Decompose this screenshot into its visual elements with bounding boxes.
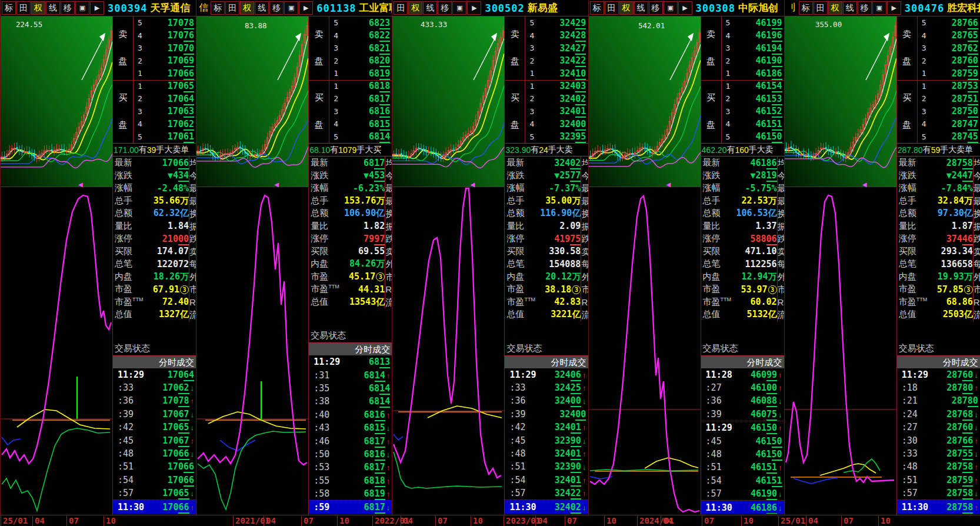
toolbar-button-标[interactable]: 标 [211,1,225,15]
order-book-row[interactable]: 446196 [722,29,785,42]
next-page-icon[interactable]: ▶ [90,1,104,15]
order-book-row[interactable]: 428747 [918,118,980,131]
indicator-chart[interactable] [785,187,896,515]
kline-chart[interactable]: 83.88 [196,16,308,187]
order-book-row[interactable]: 117066 [134,67,196,80]
toolbar-button-标[interactable]: 标 [2,1,16,15]
pan-left-icon[interactable]: ◀ [470,182,475,188]
order-book-row[interactable]: 132410 [525,67,588,80]
indicator-chart[interactable] [196,187,308,515]
order-book-row[interactable]: 36821 [329,42,392,55]
window-restore-icon[interactable]: ▣ [664,1,678,15]
kline-chart[interactable]: 355.00 [785,16,896,187]
pan-left-icon[interactable]: ◀ [862,182,867,188]
window-restore-icon[interactable]: ▣ [452,1,466,15]
order-book-row[interactable]: 346152 [722,105,785,118]
toolbar-button-田[interactable]: 田 [394,1,408,15]
order-book-row[interactable]: 417076 [134,29,196,42]
order-book-row[interactable]: 56823 [329,16,392,29]
kline-chart-area[interactable]: 355.00 [785,16,896,187]
next-page-icon[interactable]: ▶ [678,1,692,15]
toolbar-button-田[interactable]: 田 [225,1,239,15]
order-book-row[interactable]: 128759 [918,67,980,80]
toolbar-button-线[interactable]: 线 [423,1,437,15]
toolbar-button-权[interactable]: 权 [31,1,45,15]
toolbar-button-移[interactable]: 移 [858,1,872,15]
order-book-row[interactable]: 132403 [525,80,588,93]
order-book-row[interactable]: 332427 [525,42,588,55]
kline-chart-area[interactable]: 224.55 [1,16,112,187]
toolbar-button-移[interactable]: 移 [649,1,663,15]
order-book-row[interactable]: 328750 [918,105,980,118]
toolbar-button-田[interactable]: 田 [16,1,31,15]
order-book-row[interactable]: 532429 [525,16,588,29]
order-book-row[interactable]: 26820 [329,55,392,68]
order-book-row[interactable]: 46815 [329,118,392,131]
order-book-row[interactable]: 528766 [918,16,980,29]
next-page-icon[interactable]: ▶ [887,1,901,15]
order-book-row[interactable]: 117065 [134,80,196,93]
kline-chart[interactable]: 224.55 [1,16,112,187]
pan-left-icon[interactable]: ◀ [666,182,671,188]
order-book-row[interactable]: 16819 [329,67,392,80]
order-book-row[interactable]: 246190 [722,55,785,68]
order-book-row[interactable]: 317063 [134,105,196,118]
toolbar-button-权[interactable]: 权 [240,1,254,15]
order-book-row[interactable]: 528745 [918,131,980,144]
toolbar-button-权[interactable]: 权 [619,1,634,15]
toolbar-button-田[interactable]: 田 [814,1,828,15]
pan-left-icon[interactable]: ◀ [274,182,279,188]
toolbar-button-标[interactable]: 标 [590,1,604,15]
time-sales-list[interactable]: 11:2932406↑:3332425↑:3632400↓:3932400:42… [505,368,588,514]
order-book-row[interactable]: 417062 [134,118,196,131]
window-restore-icon[interactable]: ▣ [872,1,886,15]
toolbar-button-线[interactable]: 线 [634,1,648,15]
order-book-row[interactable]: 36816 [329,105,392,118]
order-book-row[interactable]: 317070 [134,42,196,55]
order-book-row[interactable]: 546199 [722,16,785,29]
order-book-row[interactable]: 217069 [134,55,196,68]
order-book-row[interactable]: 446151 [722,118,785,131]
toolbar-button-移[interactable]: 移 [61,1,75,15]
order-book-row[interactable]: 346194 [722,42,785,55]
order-book-row[interactable]: 228751 [918,92,980,105]
order-book-row[interactable]: 232422 [525,55,588,68]
order-book-row[interactable]: 146186 [722,67,785,80]
time-sales-list[interactable]: 11:2917064:3317062↓:3617078↑:3917067↓:42… [113,368,196,514]
next-page-icon[interactable]: ▶ [299,1,313,15]
kline-chart[interactable]: 433.33 [392,16,504,187]
toolbar-button-线[interactable]: 线 [46,1,60,15]
kline-chart[interactable]: 542.01 [589,16,701,187]
order-book-row[interactable]: 517061 [134,131,196,144]
order-book-row[interactable]: 228760 [918,55,980,68]
indicator-chart-area[interactable] [785,187,896,515]
order-book-row[interactable]: 232402 [525,92,588,105]
indicator-chart-area[interactable] [589,187,701,515]
order-book-row[interactable]: 217064 [134,92,196,105]
time-sales-list[interactable]: 11:2846099↑:2746100↑:3646088↓:3946075↓11… [701,368,785,514]
indicator-chart[interactable] [392,187,504,515]
order-book-row[interactable]: 328762 [918,42,980,55]
kline-chart-area[interactable]: 542.01 [589,16,701,187]
window-restore-icon[interactable]: ▣ [284,1,298,15]
kline-chart-area[interactable]: 433.33 [392,16,504,187]
order-book-row[interactable]: 26817 [329,92,392,105]
toolbar-button-标[interactable]: 标 [799,1,813,15]
order-book-row[interactable]: 432400 [525,118,588,131]
order-book-row[interactable]: 128753 [918,80,980,93]
indicator-chart-area[interactable] [392,187,504,515]
time-sales-list[interactable]: 11:296813:316814↑:356814:386814:406816↑:… [309,355,392,514]
toolbar-button-权[interactable]: 权 [408,1,422,15]
order-book-row[interactable]: 546150 [722,131,785,144]
indicator-chart[interactable] [1,187,112,515]
next-page-icon[interactable]: ▶ [467,1,481,15]
order-book-row[interactable]: 246153 [722,92,785,105]
order-book-row[interactable]: 16818 [329,80,392,93]
toolbar-button-权[interactable]: 权 [828,1,842,15]
order-book-row[interactable]: 432428 [525,29,588,42]
toolbar-button-线[interactable]: 线 [255,1,269,15]
toolbar-button-移[interactable]: 移 [269,1,284,15]
order-book-row[interactable]: 428765 [918,29,980,42]
indicator-chart-area[interactable] [196,187,308,515]
toolbar-button-移[interactable]: 移 [438,1,452,15]
